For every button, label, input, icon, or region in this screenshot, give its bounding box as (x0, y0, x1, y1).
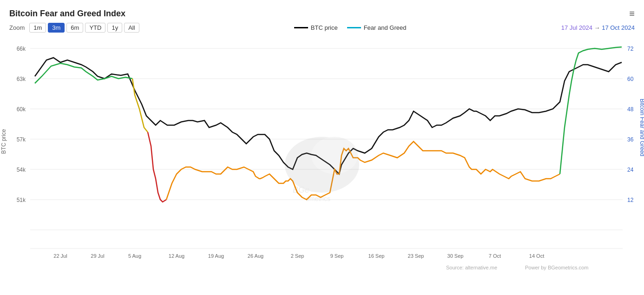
zoom-label: Zoom (9, 24, 25, 31)
header: Bitcoin Fear and Greed Index ≡ (0, 5, 644, 21)
svg-text:66k: 66k (17, 46, 26, 52)
page-title: Bitcoin Fear and Greed Index (9, 9, 125, 19)
zoom-controls: Zoom 1m 3m 6m YTD 1y All (9, 23, 139, 33)
main-chart: 66k 63k 60k 57k 54k 51k 72 60 48 36 24 1… (0, 34, 644, 281)
end-date: 17 Oct 2024 (602, 24, 635, 31)
svg-text:5 Aug: 5 Aug (128, 253, 141, 259)
controls-row: Zoom 1m 3m 6m YTD 1y All BTC price Fear … (0, 21, 644, 34)
svg-text:12 Aug: 12 Aug (169, 253, 184, 259)
powered-text: Power by BGeometrics.com (525, 265, 588, 270)
svg-text:14 Oct: 14 Oct (529, 253, 544, 259)
svg-text:30 Sep: 30 Sep (447, 253, 464, 259)
svg-text:60k: 60k (17, 106, 26, 113)
legend-btc-label: BTC price (311, 24, 338, 31)
svg-text:51k: 51k (17, 197, 26, 203)
zoom-1m[interactable]: 1m (29, 23, 46, 33)
zoom-all[interactable]: All (124, 23, 139, 33)
svg-text:19 Aug: 19 Aug (208, 253, 224, 259)
zoom-1y[interactable]: 1y (107, 23, 122, 33)
chart-container: Bitcoin Fear and Greed Index ≡ Zoom 1m 3… (0, 0, 644, 295)
svg-text:ometrics: ometrics (306, 195, 330, 202)
svg-text:63k: 63k (17, 76, 26, 82)
legend: BTC price Fear and Greed (294, 24, 407, 31)
svg-text:12: 12 (627, 197, 634, 203)
date-range: 17 Jul 2024 → 17 Oct 2024 (561, 24, 635, 31)
svg-text:57k: 57k (17, 136, 26, 143)
date-range-arrow: → (594, 24, 602, 31)
zoom-3m[interactable]: 3m (48, 23, 65, 33)
zoom-6m[interactable]: 6m (66, 23, 83, 33)
svg-text:72: 72 (627, 46, 634, 52)
svg-text:26 Aug: 26 Aug (248, 253, 263, 259)
source-text: Source: alternative.me (446, 265, 497, 270)
svg-text:24: 24 (627, 167, 634, 173)
start-date: 17 Jul 2024 (561, 24, 592, 31)
zoom-ytd[interactable]: YTD (85, 23, 105, 33)
legend-fg: Fear and Greed (347, 24, 407, 31)
svg-text:9 Sep: 9 Sep (330, 253, 344, 259)
svg-text:48: 48 (627, 106, 634, 113)
legend-fg-label: Fear and Greed (364, 24, 407, 31)
svg-text:7 Oct: 7 Oct (489, 253, 501, 259)
legend-btc-line (294, 27, 308, 28)
svg-text:29 Jul: 29 Jul (91, 253, 104, 259)
svg-text:Bitcoin Fear and Greed: Bitcoin Fear and Greed (639, 99, 644, 156)
svg-text:BTC price: BTC price (0, 129, 7, 154)
svg-text:23 Sep: 23 Sep (408, 253, 424, 259)
legend-fg-line (347, 27, 361, 28)
svg-text:36: 36 (627, 136, 634, 143)
svg-text:16 Sep: 16 Sep (368, 253, 385, 259)
hamburger-icon[interactable]: ≡ (629, 8, 635, 19)
svg-text:BGe: BGe (293, 185, 309, 194)
legend-btc: BTC price (294, 24, 338, 31)
svg-text:22 Jul: 22 Jul (53, 253, 67, 259)
svg-text:54k: 54k (17, 167, 26, 173)
svg-text:2 Sep: 2 Sep (291, 253, 304, 259)
svg-text:60: 60 (627, 76, 634, 82)
svg-point-37 (311, 137, 358, 174)
